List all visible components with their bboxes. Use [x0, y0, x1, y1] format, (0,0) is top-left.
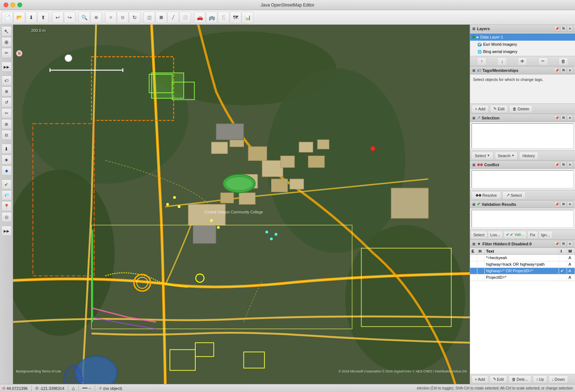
selection-history-button[interactable]: History [519, 152, 538, 160]
svg-rect-6 [211, 142, 227, 154]
bus-button[interactable]: 🚌 [206, 12, 217, 23]
filter-close-button[interactable]: ✕ [567, 241, 573, 247]
download-button[interactable]: ⬇ [25, 12, 37, 23]
filter-down-button[interactable]: ↓ Down [549, 375, 568, 383]
selection-detach-button[interactable]: ⧉ [560, 115, 566, 121]
filter-edit-button[interactable]: ✎ Edit [490, 375, 507, 383]
layer-item-bing[interactable]: 🌐 Bing aerial imagery [470, 48, 575, 55]
zoom-layer-button[interactable]: ⊕ [90, 12, 102, 23]
conflict-select-button[interactable]: ↗ Select [502, 191, 526, 199]
validation-collapse-icon[interactable]: ▣ [472, 203, 476, 206]
validation-lookup-button[interactable]: Loo... [488, 231, 503, 239]
filter-row-0[interactable]: *=heckyeah A [470, 254, 575, 261]
close-button[interactable] [4, 3, 8, 7]
filter-delete-button[interactable]: 🗑 Dele... [509, 375, 531, 383]
layer-delete-button[interactable]: 🗑 [559, 57, 568, 65]
select-node-button[interactable]: ⊙ [117, 12, 129, 23]
layer-down-button[interactable]: ↓ [497, 57, 507, 65]
tags-delete-button[interactable]: 🗑 Delete [509, 105, 533, 113]
download2-tool[interactable]: ⬇ [1, 144, 12, 154]
tags-close-button[interactable]: ✕ [567, 68, 573, 73]
layer-item-data[interactable]: ▶ Data Layer 1 [470, 33, 575, 41]
filter-row-3[interactable]: ProjectID=* A [470, 274, 575, 281]
conflict-close-button[interactable]: ✕ [567, 162, 573, 168]
polygon-button[interactable]: ⬜ [179, 12, 191, 23]
conflict-pin-button[interactable]: 📌 [554, 162, 560, 168]
selection-select-button[interactable]: Select ▼ [472, 152, 493, 160]
nodes-button[interactable]: ▦ [155, 12, 167, 23]
new-button[interactable]: 📄 [1, 12, 13, 23]
conflict-resolve-button[interactable]: ◆◆ Resolve [472, 191, 501, 199]
upload-button[interactable]: ⬆ [37, 12, 49, 23]
layers-detach-button[interactable]: ⧉ [560, 26, 566, 32]
filter-row-1[interactable]: highway=track OR highway=path A [470, 261, 575, 268]
selection-collapse-icon[interactable]: ▣ [472, 116, 476, 120]
tool2[interactable]: ⊞ [1, 119, 12, 129]
tags-pin-button[interactable]: 📌 [554, 68, 560, 73]
tags-collapse-icon[interactable]: ▣ [472, 69, 476, 72]
map-button[interactable]: 🗺 [230, 12, 241, 23]
target-tool[interactable]: ◎ [1, 212, 12, 222]
selection-search-caret: ▼ [511, 154, 514, 157]
filter-detach-button[interactable]: ⧉ [560, 241, 566, 247]
chart-button[interactable]: 📊 [242, 12, 253, 23]
layers-pin-button[interactable]: 📌 [554, 26, 560, 32]
layers-tool[interactable]: ◈ [1, 155, 12, 165]
filter-up-button[interactable]: ↑ Up [533, 375, 547, 383]
filter-panel: ▣ ▼ Filter Hidden:0 Disabled:0 📌 ⧉ ✕ E H… [470, 240, 575, 384]
open-button[interactable]: 📂 [13, 12, 25, 23]
diamond-tool[interactable]: ◆ [1, 166, 12, 176]
location-tool[interactable]: 📍 [1, 201, 12, 211]
cursor-tool[interactable]: ↖ [1, 26, 12, 36]
conflict-detach-button[interactable]: ⧉ [560, 162, 566, 168]
tags-detach-button[interactable]: ⧉ [560, 68, 566, 73]
merge-tool[interactable]: ⊗ [1, 86, 12, 97]
forward2-tool[interactable]: ▶▶ [1, 226, 12, 236]
selection-close-button[interactable]: ✕ [567, 115, 573, 121]
layer-merge-button[interactable]: ✂ [538, 57, 548, 65]
gem-tool[interactable]: 💎 [1, 190, 12, 200]
tags-edit-button[interactable]: ✎ Edit [490, 105, 508, 113]
layer-visibility-button[interactable]: 👁 [518, 57, 527, 65]
rotate-tool[interactable]: ↺ [1, 97, 12, 107]
filter-row-2[interactable]: highway=* OR ProjectID=* ✔ A [470, 268, 575, 274]
undo-button[interactable]: ↩ [52, 12, 64, 23]
draw-node-tool[interactable]: ⊕ [1, 37, 12, 47]
conflict-collapse-icon[interactable]: ▣ [472, 163, 476, 167]
split-tool[interactable]: ✂ [1, 108, 12, 118]
refresh-button[interactable]: ↻ [129, 12, 140, 23]
validation-extra-button[interactable]: ⧉ [560, 201, 566, 207]
layers-collapse-icon[interactable]: ▣ [472, 27, 476, 30]
filter-down-icon: ↓ [552, 377, 554, 381]
validation-ignore-button[interactable]: Ign... [539, 231, 552, 239]
tags-add-button[interactable]: + Add [472, 105, 489, 113]
draw-way-tool[interactable]: ✏ [1, 48, 12, 58]
validation-validate-button[interactable]: ✔ ✔ Vali... [503, 231, 527, 239]
lines-button[interactable]: ╱ [167, 12, 179, 23]
layer-item-esri[interactable]: 🌍 Esri World Imagery [470, 41, 575, 48]
restaurant-button[interactable]: 🍴 [218, 12, 229, 23]
map-canvas[interactable]: Central Oregon Community College 200.0 m… [13, 25, 470, 384]
validation-pin-button[interactable]: 📌 [554, 201, 560, 207]
filter-add-button[interactable]: + Add [472, 375, 488, 383]
validation-fix-button[interactable]: Fix [527, 231, 538, 239]
car-button[interactable]: 🚗 [194, 12, 205, 23]
filter-collapse-icon[interactable]: ▣ [472, 242, 476, 246]
tags-tool[interactable]: 🏷 [1, 75, 12, 86]
check-tool[interactable]: ✔ [1, 179, 12, 189]
selection-pin-button[interactable]: 📌 [554, 115, 560, 121]
layers-close-button[interactable]: ✕ [567, 26, 573, 32]
layer-up-button[interactable]: ↑ [477, 57, 486, 65]
zoom-fit-button[interactable]: 🔍 [78, 12, 90, 23]
forward-tool[interactable]: ▶▶ [1, 62, 12, 72]
way-segments-button[interactable]: ◫ [143, 12, 155, 23]
selection-search-button[interactable]: Search ▼ [495, 152, 518, 160]
validation-close-button[interactable]: ✕ [567, 201, 573, 207]
validation-select-button[interactable]: Select [471, 231, 487, 239]
filter-pin-button[interactable]: 📌 [554, 241, 560, 247]
minimize-button[interactable] [11, 3, 15, 7]
redo-button[interactable]: ↪ [64, 12, 76, 23]
maximize-button[interactable] [17, 3, 22, 7]
select-area-button[interactable]: ⌗ [105, 12, 117, 23]
tool3[interactable]: ⊟ [1, 130, 12, 140]
